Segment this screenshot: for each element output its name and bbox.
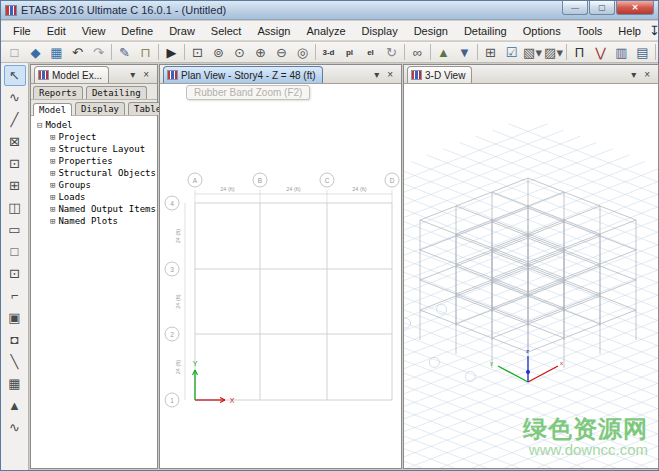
toolbar-icon[interactable]: ▧▾ [522, 43, 543, 62]
menu-item[interactable]: Draw [161, 23, 203, 39]
menu-item[interactable]: Tools [569, 23, 611, 39]
toolbar-icon[interactable]: ⊞ [480, 43, 501, 62]
side-toolbar-icon[interactable]: ⌐ [4, 285, 26, 306]
close-button[interactable]: ✕ [616, 1, 654, 15]
plan-view-tab[interactable]: Plan View - Story4 - Z = 48 (ft) [163, 66, 323, 83]
side-toolbar-icon[interactable]: ⊠ [4, 131, 26, 152]
side-toolbar-icon[interactable]: ╱ [4, 109, 26, 130]
toolbar-icon[interactable]: ↶ [67, 43, 88, 62]
tree-expand-icon[interactable]: ⊞ [50, 204, 55, 214]
pane-dropdown-icon[interactable]: ▾ [627, 66, 640, 83]
toolbar-icon[interactable]: pl [339, 43, 360, 62]
tree-expand-icon[interactable]: ⊞ [50, 216, 55, 226]
toolbar-icon[interactable]: ▶ [161, 43, 182, 62]
toolbar-icon[interactable]: el [360, 43, 381, 62]
menu-item[interactable]: View [74, 23, 114, 39]
menu-item[interactable]: Select [203, 23, 250, 39]
pane-dropdown-icon[interactable]: ▾ [370, 66, 383, 83]
tree-item[interactable]: ⊟ Model [35, 119, 157, 131]
side-toolbar-icon[interactable]: ⊡ [4, 153, 26, 174]
toolbar-icon[interactable]: ⊙ [229, 43, 250, 62]
tree-expand-icon[interactable]: ⊞ [50, 168, 55, 178]
toolbar-icon[interactable]: ⊕ [250, 43, 271, 62]
tree-item[interactable]: ⊞ Project [35, 131, 157, 143]
tree-expand-icon[interactable]: ⊞ [50, 180, 55, 190]
toolbar-icon[interactable]: ⊡ [187, 43, 208, 62]
toolbar-icon[interactable]: ☑ [501, 43, 522, 62]
tree-item[interactable]: ⊞ Named Output Items [35, 203, 157, 215]
toolbar-icon[interactable]: ▥ [611, 43, 632, 62]
side-toolbar-icon[interactable]: ▦ [4, 373, 26, 394]
explorer-tab[interactable]: Detailing [86, 86, 147, 99]
menu-item[interactable]: Options [515, 23, 569, 39]
tree-item[interactable]: ⊞ Groups [35, 179, 157, 191]
side-toolbar-icon[interactable]: ↖ [4, 65, 26, 86]
menu-item[interactable]: Detailing [456, 23, 515, 39]
explorer-tab[interactable]: Display [75, 102, 125, 115]
menu-item[interactable]: File [5, 23, 39, 39]
tree-expand-icon[interactable]: ⊞ [50, 192, 55, 202]
side-toolbar-icon[interactable]: ◘ [4, 329, 26, 350]
side-toolbar-icon[interactable]: ∿ [4, 417, 26, 438]
pane-close-icon[interactable]: × [640, 66, 654, 83]
toolbar-icon[interactable]: ✎ [114, 43, 135, 62]
side-toolbar-icon[interactable]: ▣ [4, 307, 26, 328]
side-toolbar-icon[interactable]: ▭ [4, 219, 26, 240]
pane-dropdown-icon[interactable]: ▾ [126, 66, 139, 83]
toolbar-icon[interactable]: ▦ [46, 43, 67, 62]
etabs-mini-icon [38, 70, 49, 80]
toolbar-icon[interactable]: ↻ [381, 43, 402, 62]
toolbar-icon[interactable]: ▼ [454, 43, 475, 62]
side-toolbar-icon[interactable]: ∿ [4, 87, 26, 108]
tree-item[interactable]: ⊞ Named Plots [35, 215, 157, 227]
menu-item[interactable]: Define [113, 23, 161, 39]
explorer-tab[interactable]: Model [33, 103, 72, 116]
menu-item[interactable]: Analyze [298, 23, 353, 39]
tree-item[interactable]: ⊞ Loads [35, 191, 157, 203]
menu-item[interactable]: Assign [249, 23, 298, 39]
side-toolbar-icon[interactable]: ⊡ [4, 263, 26, 284]
tree-expand-icon[interactable]: ⊟ [37, 120, 42, 130]
side-toolbar-icon[interactable]: ▲ [4, 395, 26, 416]
menu-item[interactable]: Help [610, 23, 649, 39]
title-bar[interactable]: ETABS 2016 Ultimate C 16.0.1 - (Untitled… [1, 1, 658, 20]
toolbar-icon[interactable]: ↷ [88, 43, 109, 62]
tree-expand-icon[interactable]: ⊞ [50, 144, 55, 154]
pane-close-icon[interactable]: × [139, 66, 153, 83]
side-toolbar-icon[interactable]: ◫ [4, 197, 26, 218]
minimize-button[interactable]: — [562, 1, 588, 15]
menu-item[interactable]: Display [354, 23, 406, 39]
menu-item[interactable]: Design [406, 23, 456, 39]
toolbar-icon[interactable]: ⊓ [135, 43, 156, 62]
toolbar-icon[interactable]: ⋁ [590, 43, 611, 62]
view-3d-tab[interactable]: 3-D View [407, 66, 472, 83]
side-toolbar-icon[interactable]: □ [4, 241, 26, 262]
tree-item[interactable]: ⊞ Properties [35, 155, 157, 167]
maximize-button[interactable]: ▢ [589, 1, 615, 15]
model-explorer-tab[interactable]: Model Ex... [34, 66, 109, 83]
download-icon[interactable]: ↧ [649, 23, 659, 38]
explorer-tab[interactable]: Reports [33, 86, 83, 99]
toolbar-icon[interactable]: ⊚ [208, 43, 229, 62]
toolbar-icon[interactable]: ⊖ [271, 43, 292, 62]
toolbar-icon[interactable]: □ [4, 43, 25, 62]
toolbar-icon[interactable]: ∞ [407, 43, 428, 62]
menu-item[interactable]: Edit [39, 23, 74, 39]
side-toolbar-icon[interactable]: ╲ [4, 351, 26, 372]
toolbar-icon[interactable]: ▨▾ [543, 43, 564, 62]
tree-expand-icon[interactable]: ⊞ [50, 156, 55, 166]
side-toolbar-icon[interactable]: ⊞ [4, 175, 26, 196]
plan-view-canvas[interactable]: Rubber Band Zoom (F2) ABCD432124 (ft)24 … [160, 84, 401, 468]
view-3d-canvas[interactable]: xyz 绿色资源网 www.downcc.com [404, 84, 658, 468]
tree-item[interactable]: ⊞ Structure Layout [35, 143, 157, 155]
toolbar-icon[interactable]: 3-d [318, 43, 339, 62]
side-toolbar: ↖∿╱⊠⊡⊞◫▭□⊡⌐▣◘╲▦▲∿ [1, 63, 29, 470]
tree-expand-icon[interactable]: ⊞ [50, 132, 55, 142]
toolbar-icon[interactable]: ◎ [292, 43, 313, 62]
toolbar-icon[interactable]: Π [569, 43, 590, 62]
pane-close-icon[interactable]: × [383, 66, 397, 83]
toolbar-icon[interactable]: ▤ [632, 43, 653, 62]
tree-item[interactable]: ⊞ Structural Objects [35, 167, 157, 179]
toolbar-icon[interactable]: ◆ [25, 43, 46, 62]
toolbar-icon[interactable]: ▲ [433, 43, 454, 62]
